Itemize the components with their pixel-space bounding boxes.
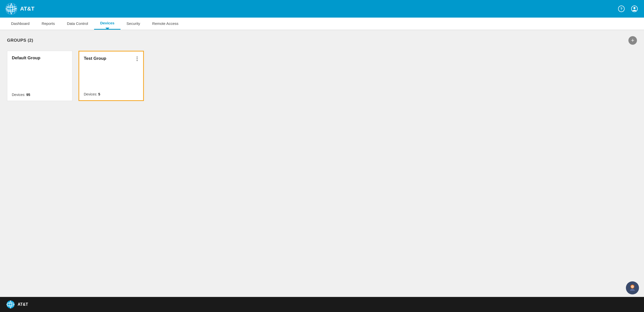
header: AT&T ? (0, 0, 644, 18)
help-button[interactable]: ? (617, 4, 626, 13)
footer-brand: AT&T (18, 302, 28, 307)
brand-name: AT&T (20, 6, 34, 12)
groups-grid: Default Group Devices: 95 Test Group Dev… (7, 51, 637, 101)
group-devices-count-test: 5 (98, 92, 100, 96)
group-name-test: Test Group (84, 56, 106, 61)
nav-item-remote-access[interactable]: Remote Access (146, 17, 184, 30)
menu-dot-2 (137, 58, 138, 59)
nav-item-devices[interactable]: Devices (94, 17, 120, 30)
groups-header: GROUPS (2) + (7, 36, 637, 45)
group-devices-default: Devices: 95 (12, 93, 68, 97)
svg-point-9 (7, 300, 15, 308)
svg-text:?: ? (620, 7, 623, 11)
nav-item-dashboard[interactable]: Dashboard (5, 17, 35, 30)
svg-point-11 (631, 285, 634, 288)
svg-point-8 (633, 7, 635, 9)
group-devices-label-test: Devices: (84, 92, 97, 96)
footer: AT&T (0, 297, 644, 312)
add-group-button[interactable]: + (628, 36, 637, 45)
user-button[interactable] (630, 4, 639, 13)
menu-dot-3 (137, 60, 138, 61)
group-menu-button-test[interactable] (136, 57, 139, 61)
footer-globe-icon (6, 300, 15, 309)
avatar-icon (628, 283, 637, 292)
nav-item-data-control[interactable]: Data Control (61, 17, 94, 30)
main-content: GROUPS (2) + Default Group Devices: 95 T… (0, 30, 644, 297)
add-icon: + (631, 38, 634, 43)
group-card-test-header: Test Group (84, 56, 139, 61)
header-logo: AT&T (5, 3, 34, 15)
groups-title: GROUPS (2) (7, 38, 33, 43)
user-icon (631, 6, 638, 12)
group-card-test[interactable]: Test Group Devices: 5 (78, 51, 144, 101)
att-globe-icon (5, 3, 18, 15)
group-card-default-header: Default Group (12, 56, 68, 61)
menu-dot-1 (137, 57, 138, 58)
header-actions: ? (617, 4, 639, 13)
help-icon: ? (618, 6, 625, 12)
avatar-bubble[interactable] (626, 281, 639, 294)
group-devices-count-default: 95 (26, 93, 30, 97)
nav-item-security[interactable]: Security (120, 17, 146, 30)
group-name-default: Default Group (12, 56, 40, 61)
nav-bar: Dashboard Reports Data Control Devices S… (0, 18, 644, 30)
nav-item-reports[interactable]: Reports (35, 17, 61, 30)
footer-logo: AT&T (6, 300, 28, 309)
group-devices-test: Devices: 5 (84, 92, 139, 96)
group-devices-label-default: Devices: (12, 93, 25, 97)
group-card-default[interactable]: Default Group Devices: 95 (7, 51, 72, 101)
